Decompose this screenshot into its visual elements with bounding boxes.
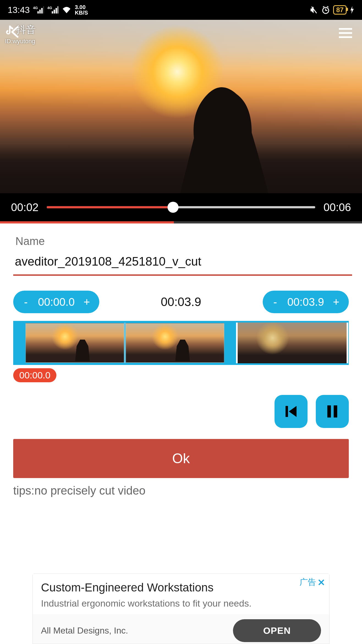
- end-time-stepper: - 00:03.9 +: [263, 291, 349, 313]
- time-total: 00:06: [323, 201, 351, 214]
- svg-rect-9: [57, 6, 58, 13]
- ad-tag: 广告: [300, 577, 325, 588]
- signal-4g-icon: 4G: [47, 6, 58, 14]
- trim-end-handle[interactable]: [224, 323, 236, 363]
- status-time: 13:43: [8, 5, 30, 15]
- timeline-outside-selection[interactable]: [236, 323, 348, 363]
- ad-subtitle: Industrial ergonomic workstations to fit…: [41, 598, 321, 609]
- svg-text:4G: 4G: [47, 6, 52, 10]
- name-label: Name: [15, 235, 349, 247]
- net-speed-value: 3.00: [75, 4, 86, 10]
- video-player[interactable]: 抖音 ID:wyutong 00:02 00:06: [0, 20, 362, 223]
- end-time-value: 00:03.9: [287, 296, 324, 308]
- charging-icon: [350, 6, 354, 14]
- svg-rect-7: [54, 10, 55, 13]
- svg-rect-3: [41, 8, 43, 13]
- svg-rect-4: [43, 6, 44, 13]
- ad-label: 广告: [300, 577, 316, 588]
- status-right: 87: [310, 5, 354, 15]
- video-controls: 00:02 00:06: [0, 193, 362, 221]
- back-icon[interactable]: [9, 26, 21, 38]
- battery-pct: 87: [336, 6, 344, 13]
- ad-open-button[interactable]: OPEN: [233, 619, 321, 642]
- watermark-id: ID:wyutong: [5, 38, 36, 45]
- svg-rect-16: [327, 405, 331, 417]
- svg-rect-15: [286, 406, 288, 417]
- pause-icon: [326, 404, 339, 419]
- svg-rect-14: [339, 36, 352, 38]
- hamburger-menu-icon[interactable]: [339, 28, 352, 39]
- start-minus-button[interactable]: -: [22, 296, 30, 308]
- close-icon[interactable]: [318, 579, 325, 586]
- time-elapsed: 00:02: [11, 201, 39, 214]
- name-input[interactable]: [13, 252, 352, 276]
- svg-rect-6: [52, 11, 53, 13]
- svg-rect-13: [339, 32, 352, 34]
- buffer-progress: [0, 221, 174, 223]
- end-minus-button[interactable]: -: [272, 296, 279, 308]
- skip-previous-icon: [283, 404, 299, 419]
- status-bar: 13:43 4G 4G 3.00 KB/S: [0, 0, 362, 20]
- wifi-icon: [62, 6, 72, 14]
- svg-rect-8: [56, 8, 57, 13]
- svg-rect-2: [39, 10, 41, 13]
- start-time-value: 00:00.0: [38, 296, 75, 308]
- net-speed-unit: KB/S: [75, 10, 88, 15]
- mute-icon: [310, 6, 318, 14]
- seek-thumb[interactable]: [168, 202, 179, 213]
- pause-button[interactable]: [316, 395, 349, 428]
- ad-banner[interactable]: 广告 Custom-Engineered Workstations Indust…: [32, 574, 330, 644]
- skip-start-button[interactable]: [275, 395, 308, 428]
- seek-progress: [47, 206, 173, 208]
- status-left: 13:43 4G 4G 3.00 KB/S: [8, 4, 88, 15]
- trim-start-handle[interactable]: [14, 323, 25, 363]
- svg-rect-12: [339, 28, 352, 30]
- ad-advertiser: All Metal Designs, Inc.: [41, 626, 128, 636]
- alarm-icon: [322, 6, 330, 14]
- start-time-stepper: - 00:00.0 +: [13, 291, 99, 313]
- buffer-bar: [0, 221, 362, 223]
- tips-text: tips:no precisely cut video: [13, 484, 349, 497]
- net-speed: 3.00 KB/S: [75, 4, 88, 15]
- end-plus-button[interactable]: +: [332, 296, 340, 308]
- video-content-placeholder: [164, 78, 279, 193]
- svg-text:4G: 4G: [33, 6, 38, 10]
- svg-rect-17: [334, 405, 337, 417]
- clip-duration: 00:03.9: [161, 295, 201, 309]
- start-plus-button[interactable]: +: [83, 296, 91, 308]
- svg-rect-1: [37, 11, 39, 13]
- battery-indicator: 87: [333, 5, 347, 15]
- ok-button[interactable]: Ok: [13, 439, 349, 478]
- signal-4g-icon: 4G: [33, 6, 44, 14]
- ad-title: Custom-Engineered Workstations: [41, 581, 321, 594]
- video-frame: 抖音 ID:wyutong: [0, 20, 362, 193]
- seek-bar[interactable]: [47, 206, 315, 208]
- timeline-strip[interactable]: [13, 321, 349, 365]
- position-badge: 00:00.0: [13, 368, 56, 382]
